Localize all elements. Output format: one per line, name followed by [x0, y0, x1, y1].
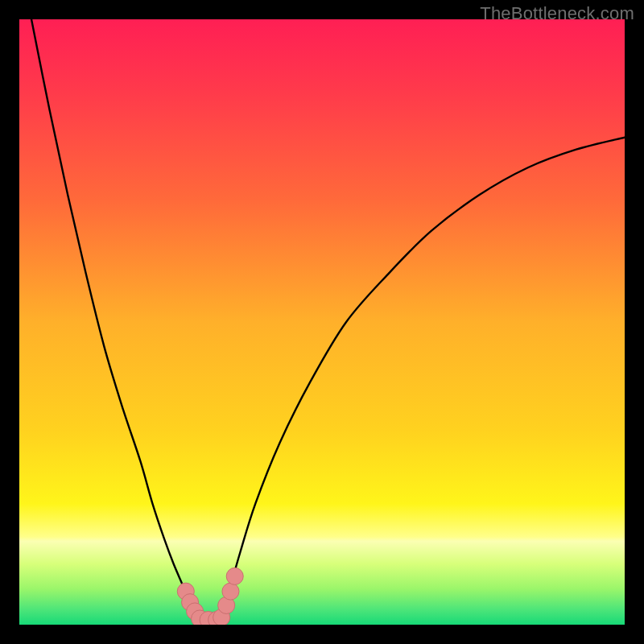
valley-markers — [177, 568, 243, 625]
valley-marker — [222, 583, 239, 600]
valley-marker — [226, 568, 243, 584]
watermark-text: TheBottleneck.com — [480, 3, 634, 24]
chart-stage: TheBottleneck.com — [0, 0, 644, 644]
bottleneck-curve — [31, 19, 625, 621]
plot-area — [19, 19, 625, 625]
curve-layer — [19, 19, 625, 625]
